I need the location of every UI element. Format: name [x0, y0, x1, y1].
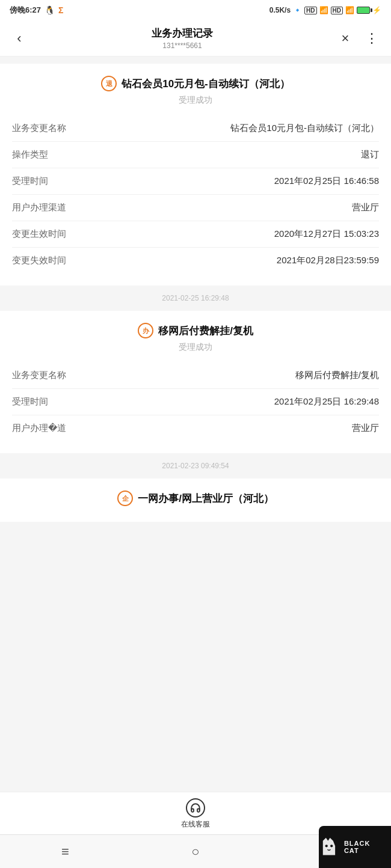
card-2: 办 移网后付费解挂/复机 受理成功 业务变更名称 移网后付费解挂/复机 受理时间… — [0, 311, 391, 453]
svg-marker-0 — [323, 838, 335, 855]
detail-row: 用户办理�道 营业厅 — [12, 415, 379, 441]
value-accept-time-2: 2021年02月25日 16:29:48 — [72, 396, 379, 408]
label-service-name: 业务变更名称 — [12, 123, 72, 134]
detail-row: 业务变更名称 移网后付费解挂/复机 — [12, 362, 379, 389]
detail-row: 用户办理渠道 营业厅 — [12, 195, 379, 221]
service-label: 在线客服 — [181, 819, 210, 830]
hd-icon: HD — [304, 7, 316, 14]
status-bar: 傍晚6:27 🐧 Σ 0.5K/s 🔹 HD 📶 HD 📶 ⚡ — [0, 0, 391, 20]
nav-title: 业务办理记录 131****5661 — [29, 26, 336, 50]
value-service-name-2: 移网后付费解挂/复机 — [72, 370, 379, 381]
detail-row: 操作类型 退订 — [12, 142, 379, 168]
nav-bottom: ≡ ○ ‹ BLACK CAT — [0, 834, 391, 868]
detail-row: 受理时间 2021年02月25日 16:29:48 — [12, 389, 379, 415]
home-button[interactable]: ○ — [177, 844, 214, 860]
card-2-status: 受理成功 — [12, 342, 379, 353]
qq-icon: 🐧 — [45, 5, 55, 15]
blackcat-text: BLACK CAT — [344, 840, 385, 854]
more-button[interactable]: ⋮ — [362, 28, 381, 49]
value-effective-time: 2020年12月27日 15:03:23 — [72, 228, 379, 240]
card-1: 退 钻石会员10元月包-自动续订（河北） 受理成功 业务变更名称 钻石会员10元… — [0, 64, 391, 286]
label-effective-time: 变更生效时间 — [12, 228, 72, 240]
blackcat-brand: BLACK CAT — [319, 826, 391, 868]
label-accept-time: 受理时间 — [12, 176, 72, 187]
charge-icon: ⚡ — [372, 6, 381, 14]
back-button[interactable]: ‹ — [10, 28, 29, 49]
content-area: 退 钻石会员10元月包-自动续订（河北） 受理成功 业务变更名称 钻石会员10元… — [0, 57, 391, 601]
headset-icon — [186, 798, 205, 818]
card-3-header: 企 一网办事/网上营业厅（河北） — [12, 491, 379, 506]
nav-main-title: 业务办理记录 — [29, 26, 336, 40]
signal2-icon: 📶 — [345, 6, 354, 14]
card-1-header: 退 钻石会员10元月包-自动续订（河北） — [12, 76, 379, 91]
card-2-header: 办 移网后付费解挂/复机 — [12, 323, 379, 338]
speed-indicator: 0.5K/s — [269, 6, 291, 14]
value-accept-time: 2021年02月25日 16:46:58 — [72, 176, 379, 187]
nav-subtitle: 131****5661 — [29, 41, 336, 50]
card-3-title: 一网办事/网上营业厅（河北） — [138, 492, 274, 506]
detail-row: 变更生效时间 2020年12月27日 15:03:23 — [12, 221, 379, 248]
signal-icon: 📶 — [319, 6, 328, 14]
label-accept-time-2: 受理时间 — [12, 396, 72, 408]
card-1-status: 受理成功 — [12, 95, 379, 106]
timestamp-separator-2: 2021-02-23 09:49:54 — [0, 453, 391, 478]
status-time: 傍晚6:27 — [10, 5, 41, 16]
value-channel: 营业厅 — [72, 202, 379, 213]
nav-right-buttons: × ⋮ — [336, 28, 381, 49]
label-expire-time: 变更失效时间 — [12, 255, 72, 266]
blackcat-logo-icon — [319, 836, 339, 858]
sigma-icon: Σ — [58, 5, 63, 15]
card-3-badge: 企 — [117, 491, 133, 506]
label-op-type: 操作类型 — [12, 149, 72, 160]
value-expire-time: 2021年02月28日23:59:59 — [72, 255, 379, 266]
label-channel-2: 用户办理�道 — [12, 423, 72, 434]
close-button[interactable]: × — [336, 28, 355, 49]
card-3-partial: 企 一网办事/网上营业厅（河北） — [0, 478, 391, 522]
nav-bar: ‹ 业务办理记录 131****5661 × ⋮ — [0, 20, 391, 57]
card-1-badge: 退 — [101, 76, 117, 91]
service-button[interactable]: 在线客服 — [181, 798, 210, 830]
detail-row: 受理时间 2021年02月25日 16:46:58 — [12, 168, 379, 195]
detail-row: 业务变更名称 钻石会员10元月包-自动续订（河北） — [12, 115, 379, 142]
blackcat-logo: BLACK CAT — [344, 840, 385, 854]
value-op-type: 退订 — [72, 149, 379, 160]
menu-button[interactable]: ≡ — [47, 844, 83, 860]
bluetooth-icon: 🔹 — [293, 6, 302, 14]
battery-icon — [357, 7, 370, 14]
card-1-title: 钻石会员10元月包-自动续订（河北） — [122, 77, 290, 91]
label-channel: 用户办理渠道 — [12, 202, 72, 213]
label-service-name-2: 业务变更名称 — [12, 370, 72, 381]
card-2-title: 移网后付费解挂/复机 — [158, 324, 253, 338]
hd2-icon: HD — [331, 7, 343, 14]
svg-point-1 — [325, 845, 328, 847]
value-service-name: 钻石会员10元月包-自动续订（河北） — [72, 123, 379, 134]
detail-row: 变更失效时间 2021年02月28日23:59:59 — [12, 248, 379, 274]
svg-point-2 — [330, 845, 333, 847]
value-channel-2: 营业厅 — [72, 423, 379, 434]
card-2-badge: 办 — [138, 323, 153, 338]
timestamp-separator-1: 2021-02-25 16:29:48 — [0, 286, 391, 311]
status-right: 0.5K/s 🔹 HD 📶 HD 📶 ⚡ — [269, 6, 381, 14]
status-left: 傍晚6:27 🐧 Σ — [10, 5, 63, 16]
